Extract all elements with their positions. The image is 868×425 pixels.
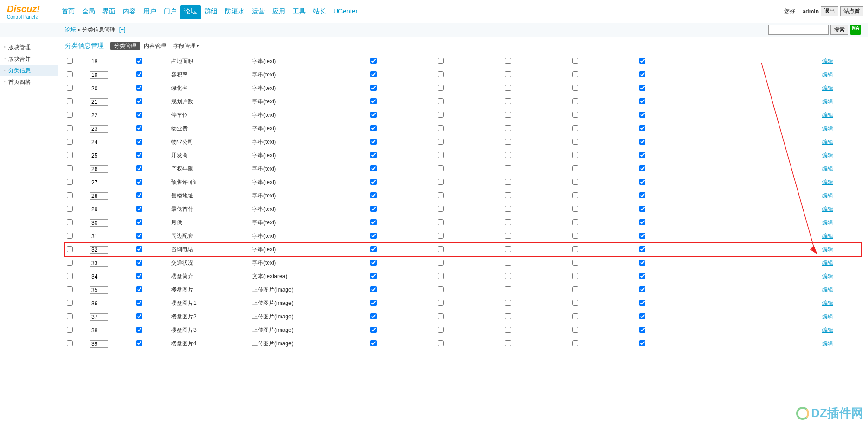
order-input[interactable] [90, 179, 108, 186]
enable-checkbox[interactable] [136, 340, 142, 346]
option-checkbox-4[interactable] [572, 152, 578, 158]
option-checkbox-4[interactable] [572, 313, 578, 319]
enable-checkbox[interactable] [136, 206, 142, 212]
option-checkbox-3[interactable] [505, 152, 511, 158]
edit-link[interactable]: 编辑 [822, 206, 833, 212]
enable-checkbox[interactable] [136, 139, 142, 145]
option-checkbox-5[interactable] [639, 300, 645, 306]
option-checkbox-5[interactable] [639, 98, 645, 104]
order-input[interactable] [90, 98, 108, 106]
order-input[interactable] [90, 206, 108, 213]
edit-link[interactable]: 编辑 [822, 286, 833, 293]
option-checkbox-2[interactable] [438, 206, 444, 212]
option-checkbox-3[interactable] [505, 71, 511, 77]
nav-论坛[interactable]: 论坛 [180, 5, 201, 19]
option-checkbox-4[interactable] [572, 300, 578, 306]
delete-checkbox[interactable] [67, 219, 73, 225]
delete-checkbox[interactable] [67, 286, 73, 292]
option-checkbox-2[interactable] [438, 152, 444, 158]
nav-首页[interactable]: 首页 [58, 5, 78, 19]
enable-checkbox[interactable] [136, 219, 142, 225]
delete-checkbox[interactable] [67, 179, 73, 185]
delete-checkbox[interactable] [67, 327, 73, 333]
nav-应用[interactable]: 应用 [268, 5, 289, 19]
option-checkbox-3[interactable] [505, 246, 511, 252]
option-checkbox-2[interactable] [438, 58, 444, 64]
delete-checkbox[interactable] [67, 98, 73, 104]
order-input[interactable] [90, 165, 108, 173]
option-checkbox-2[interactable] [438, 179, 444, 185]
delete-checkbox[interactable] [67, 192, 73, 198]
option-checkbox-5[interactable] [639, 71, 645, 77]
enable-checkbox[interactable] [136, 125, 142, 131]
option-checkbox-2[interactable] [438, 219, 444, 225]
order-input[interactable] [90, 71, 108, 79]
option-checkbox-2[interactable] [438, 300, 444, 306]
option-checkbox-3[interactable] [505, 58, 511, 64]
order-input[interactable] [90, 233, 108, 240]
option-checkbox-1[interactable] [370, 273, 377, 279]
order-input[interactable] [90, 152, 108, 159]
enable-checkbox[interactable] [136, 71, 142, 77]
option-checkbox-5[interactable] [639, 165, 645, 171]
option-checkbox-3[interactable] [505, 192, 511, 198]
order-input[interactable] [90, 125, 108, 133]
option-checkbox-1[interactable] [370, 165, 377, 171]
option-checkbox-3[interactable] [505, 260, 511, 266]
enable-checkbox[interactable] [136, 152, 142, 158]
option-checkbox-3[interactable] [505, 179, 511, 185]
option-checkbox-5[interactable] [639, 273, 645, 279]
option-checkbox-5[interactable] [639, 313, 645, 319]
subtab-1[interactable]: 内容管理 [140, 42, 170, 50]
nav-内容[interactable]: 内容 [119, 5, 140, 19]
edit-link[interactable]: 编辑 [822, 139, 833, 145]
option-checkbox-2[interactable] [438, 98, 444, 104]
nav-UCenter[interactable]: UCenter [330, 5, 361, 19]
order-input[interactable] [90, 286, 108, 294]
option-checkbox-2[interactable] [438, 273, 444, 279]
edit-link[interactable]: 编辑 [822, 219, 833, 226]
enable-checkbox[interactable] [136, 246, 142, 252]
option-checkbox-2[interactable] [438, 71, 444, 77]
add-link[interactable]: [+] [119, 26, 126, 33]
edit-link[interactable]: 编辑 [822, 179, 833, 185]
order-input[interactable] [90, 273, 108, 280]
option-checkbox-1[interactable] [370, 112, 377, 118]
option-checkbox-4[interactable] [572, 98, 578, 104]
option-checkbox-5[interactable] [639, 246, 645, 252]
option-checkbox-3[interactable] [505, 125, 511, 131]
option-checkbox-2[interactable] [438, 260, 444, 266]
option-checkbox-4[interactable] [572, 112, 578, 118]
order-input[interactable] [90, 85, 108, 92]
option-checkbox-3[interactable] [505, 98, 511, 104]
ma-icon[interactable]: MA [850, 25, 861, 35]
delete-checkbox[interactable] [67, 340, 73, 346]
option-checkbox-4[interactable] [572, 165, 578, 171]
edit-link[interactable]: 编辑 [822, 112, 833, 118]
edit-link[interactable]: 编辑 [822, 313, 833, 320]
option-checkbox-5[interactable] [639, 58, 645, 64]
option-checkbox-3[interactable] [505, 300, 511, 306]
option-checkbox-3[interactable] [505, 206, 511, 212]
option-checkbox-1[interactable] [370, 152, 377, 158]
option-checkbox-1[interactable] [370, 179, 377, 185]
order-input[interactable] [90, 112, 108, 119]
nav-用户[interactable]: 用户 [140, 5, 160, 19]
delete-checkbox[interactable] [67, 85, 73, 91]
edit-link[interactable]: 编辑 [822, 152, 833, 159]
delete-checkbox[interactable] [67, 165, 73, 171]
option-checkbox-4[interactable] [572, 58, 578, 64]
enable-checkbox[interactable] [136, 260, 142, 266]
option-checkbox-4[interactable] [572, 246, 578, 252]
delete-checkbox[interactable] [67, 273, 73, 279]
sidebar-item-2[interactable]: 分类信息 [0, 65, 58, 76]
logout-button[interactable]: 退出 [821, 6, 838, 16]
edit-link[interactable]: 编辑 [822, 327, 833, 333]
delete-checkbox[interactable] [67, 313, 73, 319]
delete-checkbox[interactable] [67, 71, 73, 77]
option-checkbox-3[interactable] [505, 112, 511, 118]
delete-checkbox[interactable] [67, 125, 73, 131]
option-checkbox-4[interactable] [572, 125, 578, 131]
order-input[interactable] [90, 340, 108, 348]
option-checkbox-4[interactable] [572, 85, 578, 91]
